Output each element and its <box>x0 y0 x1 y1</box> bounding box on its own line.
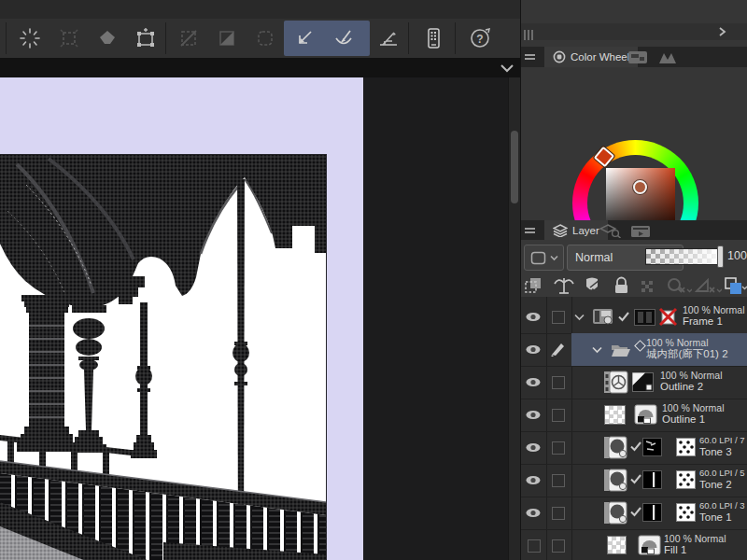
visibility-eye-icon[interactable] <box>525 409 542 421</box>
layer-info: 100 % Normal <box>664 533 726 544</box>
snap-to-special-ruler-icon[interactable] <box>327 21 360 55</box>
invert-selection-icon[interactable] <box>210 21 244 55</box>
transform-frame-icon[interactable] <box>129 21 162 55</box>
canvas-vertical-scrollbar[interactable] <box>508 77 521 560</box>
layer-checkbox[interactable] <box>552 441 565 455</box>
layer-checkbox[interactable] <box>552 507 565 520</box>
visibility-eye-icon[interactable] <box>525 311 542 323</box>
ruler-snap-icon[interactable] <box>692 275 722 296</box>
tone-mask-thumbnail[interactable] <box>642 470 662 489</box>
layer-row-frame-1[interactable]: 100 % Normal Frame 1 <box>521 301 747 334</box>
layer-name: Outline 1 <box>662 413 725 426</box>
check-icon[interactable] <box>629 441 642 452</box>
opacity-slider-handle[interactable] <box>717 245 724 268</box>
scrollbar-thumb[interactable] <box>511 131 518 203</box>
layer-checkbox[interactable] <box>552 376 565 389</box>
snap-to-ruler-icon[interactable] <box>288 21 321 55</box>
deselect-icon[interactable] <box>172 21 205 55</box>
fill-layer-icon <box>634 404 657 425</box>
layer-row-outline-2[interactable]: 100 % Normal Outline 2 <box>521 366 747 399</box>
layer-row-tone-2[interactable]: 60.0 LPI / 5 Tone 2 <box>521 464 747 497</box>
layer-row-tone-3[interactable]: 60.0 LPI / 7 Tone 3 <box>521 431 747 465</box>
dock-header <box>521 23 747 40</box>
color-slider-tab-icon[interactable] <box>627 50 648 64</box>
visibility-eye-icon[interactable] <box>525 343 542 356</box>
mask-thumbnail[interactable] <box>632 372 654 392</box>
collapse-dock-icon[interactable] <box>716 26 727 37</box>
snap-to-grid-icon[interactable] <box>372 21 405 55</box>
tab-layer[interactable]: Layer <box>544 220 608 241</box>
layer-search-tab-icon[interactable] <box>599 224 622 238</box>
layer-name: Outline 2 <box>660 381 723 393</box>
animation-folder-icon <box>592 307 614 326</box>
layer-checkbox[interactable] <box>552 311 565 324</box>
check-icon[interactable] <box>629 473 642 484</box>
lock-transparent-pixels-icon[interactable] <box>635 275 662 296</box>
check-icon[interactable] <box>617 311 630 322</box>
clip-studio-paint-window: ? <box>0 0 747 560</box>
timeline-tab-icon[interactable] <box>630 224 653 238</box>
help-icon[interactable]: ? <box>464 21 498 55</box>
tone-mask-thumbnail[interactable] <box>642 438 662 456</box>
panel-menu-icon[interactable] <box>525 52 535 62</box>
canvas-pasteboard[interactable] <box>0 77 363 560</box>
visibility-eye-icon[interactable] <box>525 507 542 519</box>
toolbar-separator <box>455 22 456 54</box>
draft-layer-icon[interactable] <box>579 275 608 296</box>
ruler-icon[interactable] <box>550 275 579 296</box>
layer-checkbox[interactable] <box>552 409 565 422</box>
tone-mask-thumbnail[interactable] <box>642 503 662 522</box>
check-icon[interactable] <box>629 506 642 517</box>
layer-checkbox[interactable] <box>552 539 565 553</box>
fill-diamond-icon[interactable] <box>91 21 124 55</box>
transparent-thumbnail[interactable] <box>607 536 627 554</box>
command-toolbar: ? <box>0 19 520 59</box>
dock-grip-handle[interactable] <box>524 27 535 44</box>
frame-thumbnail[interactable] <box>634 309 655 326</box>
layer-name: Tone 2 <box>699 479 745 491</box>
sv-cursor[interactable] <box>633 180 647 194</box>
companion-mode-icon[interactable] <box>416 21 450 55</box>
open-folder-icon <box>611 343 632 358</box>
layer-name: Fill 1 <box>664 544 726 556</box>
tone-layer-icon <box>603 469 627 492</box>
canvas-page[interactable] <box>0 154 327 560</box>
panel-menu-icon[interactable] <box>525 226 535 235</box>
layer-panel-tab-bar: Layer <box>521 220 747 241</box>
layer-list: 100 % Normal Frame 1 100 % Norm <box>521 297 747 560</box>
layer-row-folder-selected[interactable]: 100 % Normal 城内部(廊下01) 2 <box>521 333 747 367</box>
color-set-tab-icon[interactable] <box>657 50 678 64</box>
transparent-thumbnail[interactable] <box>604 405 626 425</box>
layer-checkbox[interactable] <box>552 474 565 487</box>
canvas-viewport[interactable] <box>0 77 508 560</box>
expand-chevron-icon[interactable] <box>574 314 585 321</box>
svg-text:?: ? <box>476 33 483 46</box>
visibility-checkbox-off[interactable] <box>528 539 541 553</box>
opacity-slider[interactable] <box>645 248 723 265</box>
color-wheel-body: 189 130 99 <box>521 67 747 220</box>
visibility-eye-icon[interactable] <box>525 441 542 454</box>
tab-label: Color Wheel <box>571 51 629 63</box>
halftone-dots-icon <box>676 470 696 489</box>
lock-layer-icon[interactable] <box>608 275 635 296</box>
clip-to-layer-below-icon[interactable] <box>521 275 550 296</box>
layer-controls-row: Normal 100 % <box>521 240 747 273</box>
chevron-down-icon[interactable] <box>499 62 515 75</box>
spray-burst-icon[interactable] <box>13 21 47 55</box>
reselect-frame-icon[interactable] <box>248 21 282 55</box>
selection-glow-icon[interactable] <box>52 21 86 55</box>
layer-row-outline-1[interactable]: 100 % Normal Outline 1 <box>521 399 747 432</box>
layer-row-tone-1[interactable]: 60.0 LPI / 3 Tone 1 <box>521 497 747 530</box>
layer-palette-button[interactable] <box>524 245 564 271</box>
enable-mask-icon[interactable] <box>662 275 692 296</box>
tab-color-wheel[interactable]: Color Wheel <box>544 47 638 67</box>
expand-chevron-icon[interactable] <box>592 346 602 354</box>
halftone-artwork <box>0 155 326 560</box>
tone-layer-icon <box>603 501 627 525</box>
vector-layer-thumbnail[interactable] <box>603 371 628 394</box>
layer-row-fill-1[interactable]: 100 % Normal Fill 1 <box>521 529 747 560</box>
visibility-eye-icon[interactable] <box>525 376 542 388</box>
visibility-eye-icon[interactable] <box>525 474 542 486</box>
layer-info: 60.0 LPI / 7 <box>699 435 745 446</box>
layer-color-icon[interactable] <box>722 275 747 296</box>
